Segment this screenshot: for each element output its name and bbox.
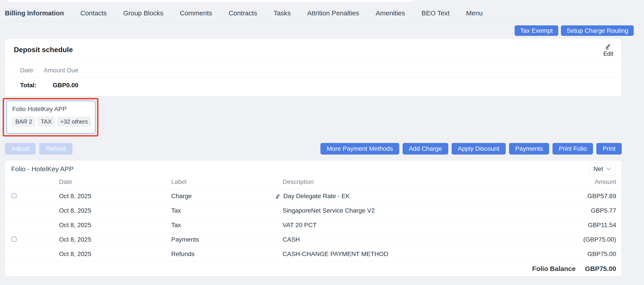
folio-col-label: Label xyxy=(171,178,270,186)
deposit-schedule-table: Date Amount Due Total: GBP0.00 xyxy=(10,67,621,89)
folio-balance-row: Folio Balance GBP75.00 xyxy=(5,261,621,276)
net-view-value: Net xyxy=(593,166,603,172)
tab-contacts[interactable]: Contacts xyxy=(80,9,107,17)
row-amount: GBP57.69 xyxy=(540,192,616,200)
tab-tasks[interactable]: Tasks xyxy=(274,9,291,17)
row-amount: (GBP75.00) xyxy=(540,236,616,243)
row-date: Oct 8, 2025 xyxy=(22,222,171,229)
row-description: CASH xyxy=(270,236,540,243)
deposit-col-date: Date xyxy=(10,67,38,74)
row-amount: GBP11.54 xyxy=(540,222,616,229)
tax-exempt-button[interactable]: Tax Exempt xyxy=(514,26,558,36)
edit-label: Edit xyxy=(603,50,613,57)
folio-balance-value: GBP75.00 xyxy=(585,265,616,272)
folio-title: Folio - HotelKey APP xyxy=(11,165,74,173)
deposit-total-row: Total: GBP0.00 xyxy=(10,78,621,89)
row-amount: GBP75.00 xyxy=(540,250,616,258)
chip-tax[interactable]: TAX xyxy=(38,117,55,127)
tab-contracts[interactable]: Contracts xyxy=(229,9,257,17)
row-label: Charge xyxy=(171,192,270,200)
payments-button[interactable]: Payments xyxy=(509,143,549,154)
folio-actions-left: Adjust Refund xyxy=(5,143,72,154)
row-description: Day Delegate Rate - EK xyxy=(283,192,350,200)
tab-beo-text[interactable]: BEO Text xyxy=(422,9,450,17)
tab-group-blocks[interactable]: Group Blocks xyxy=(123,9,163,17)
deposit-col-amount-due: Amount Due xyxy=(38,67,78,74)
row-checkbox[interactable] xyxy=(12,193,16,198)
table-row-refund: Oct 8, 2025 Refunds CASH-CHANGE PAYMENT … xyxy=(5,247,621,261)
row-date: Oct 8, 2025 xyxy=(22,207,171,214)
setup-charge-routing-button[interactable]: Setup Charge Routing xyxy=(561,26,634,36)
tab-billing-information[interactable]: Billing Information xyxy=(5,9,64,17)
tab-bar: Billing Information Contacts Group Block… xyxy=(0,0,621,22)
folio-actions-right: More Payment Methods Add Charge Apply Di… xyxy=(320,143,622,154)
folio-action-row: Adjust Refund More Payment Methods Add C… xyxy=(5,143,622,154)
row-label: Tax xyxy=(171,222,270,229)
apply-discount-button[interactable]: Apply Discount xyxy=(452,143,506,154)
folio-card: Folio - HotelKey APP Net Date Label Desc… xyxy=(5,160,621,276)
row-description: CASH-CHANGE PAYMENT METHOD xyxy=(270,250,540,258)
tab-menu[interactable]: Menu xyxy=(466,9,483,17)
print-folio-button[interactable]: Print Folio xyxy=(552,143,593,154)
row-date: Oct 8, 2025 xyxy=(22,192,171,200)
folio-selector-title: Folio HotelKey APP xyxy=(12,106,95,113)
folio-col-date: Date xyxy=(22,178,171,186)
folio-card-header: Folio - HotelKey APP Net xyxy=(5,160,621,175)
row-amount: GBP5.77 xyxy=(540,207,616,214)
chip-others[interactable]: +32 others xyxy=(57,117,91,127)
row-checkbox[interactable] xyxy=(12,237,16,242)
tab-comments[interactable]: Comments xyxy=(180,9,212,17)
deposit-schedule-header: Deposit schedule Edit xyxy=(5,39,621,60)
chip-bar-2[interactable]: BAR 2 xyxy=(12,117,35,127)
deposit-schedule-card: Deposit schedule Edit Date Amount Due To… xyxy=(5,39,621,96)
tab-attrition-penalties[interactable]: Attrition Penalties xyxy=(307,9,359,17)
folio-col-amount: Amount xyxy=(540,178,616,186)
table-row-tax-2: Oct 8, 2025 Tax VAT 20 PCT GBP11.54 xyxy=(5,218,621,232)
folio-selector-chips: BAR 2 TAX +32 others xyxy=(12,117,95,127)
deposit-table-header: Date Amount Due xyxy=(10,67,621,78)
table-row-tax-1: Oct 8, 2025 Tax SingaporeNet Service Cha… xyxy=(5,203,621,218)
header-actions: Tax Exempt Setup Charge Routing xyxy=(514,26,634,36)
folio-col-description: Description xyxy=(270,178,540,186)
edit-charge-pencil-icon[interactable] xyxy=(275,194,281,199)
folio-selector-card[interactable]: Folio HotelKey APP BAR 2 TAX +32 others xyxy=(6,101,96,134)
refund-button[interactable]: Refund xyxy=(39,143,72,154)
deposit-schedule-title: Deposit schedule xyxy=(14,46,73,54)
add-charge-button[interactable]: Add Charge xyxy=(402,143,448,154)
folio-table-header: Date Label Description Amount xyxy=(5,175,621,189)
print-button[interactable]: Print xyxy=(596,143,622,154)
row-date: Oct 8, 2025 xyxy=(22,250,171,258)
deposit-total-value: GBP0.00 xyxy=(38,82,78,89)
table-row-charge: Oct 8, 2025 Charge Day Delegate Rate - E… xyxy=(5,189,621,203)
folio-table-body: Oct 8, 2025 Charge Day Delegate Rate - E… xyxy=(5,189,621,261)
table-row-payment: Oct 8, 2025 Payments CASH (GBP75.00) xyxy=(5,232,621,247)
row-label: Refunds xyxy=(171,250,270,258)
row-date: Oct 8, 2025 xyxy=(22,236,171,243)
pencil-icon xyxy=(605,43,612,50)
row-label: Tax xyxy=(171,207,270,214)
chevron-down-icon xyxy=(606,168,611,170)
adjust-button[interactable]: Adjust xyxy=(5,143,36,154)
row-label: Payments xyxy=(171,236,270,243)
row-description: VAT 20 PCT xyxy=(270,222,540,229)
tab-amenities[interactable]: Amenities xyxy=(376,9,405,17)
deposit-total-label: Total: xyxy=(10,82,38,89)
edit-deposit-schedule-button[interactable]: Edit xyxy=(603,43,613,57)
row-description: SingaporeNet Service Charge V2 xyxy=(270,207,540,214)
more-payment-methods-button[interactable]: More Payment Methods xyxy=(320,143,399,154)
folio-balance-label: Folio Balance xyxy=(532,265,576,272)
net-view-dropdown[interactable]: Net xyxy=(589,163,616,175)
